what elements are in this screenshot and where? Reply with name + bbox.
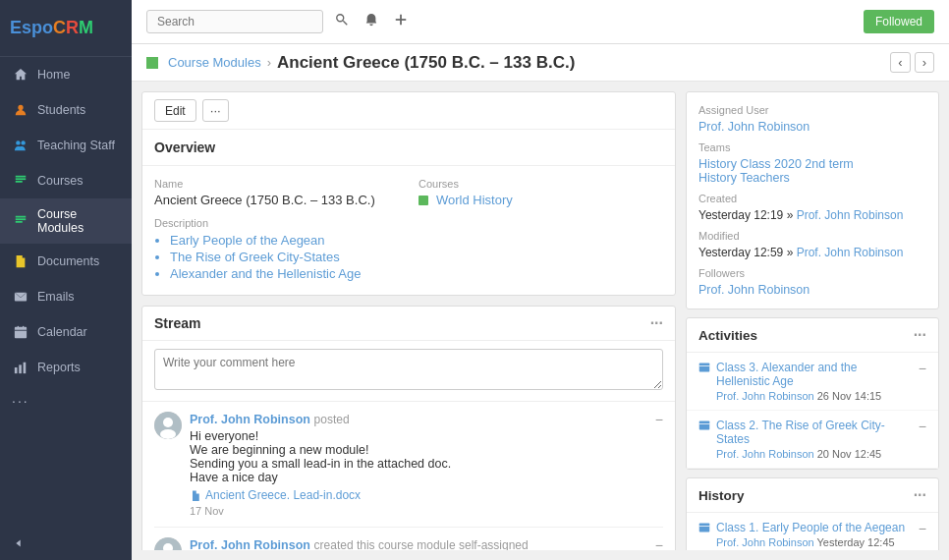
breadcrumb: Course Modules › Ancient Greece (1750 B.… — [146, 53, 575, 73]
team-2[interactable]: History Teachers — [698, 171, 926, 185]
post-1-text: Hi everyone! We are beginning a new modu… — [190, 429, 663, 484]
left-panel: Edit ··· Overview Name Ancient Greece (1… — [141, 91, 676, 550]
stream-options-button[interactable]: ··· — [650, 314, 663, 332]
sidebar-item-students-label: Students — [37, 103, 85, 117]
overview-right-col: Courses World History — [419, 178, 663, 283]
svg-rect-32 — [699, 524, 710, 532]
followers-value[interactable]: Prof. John Robinson — [698, 283, 926, 297]
svg-rect-17 — [24, 363, 27, 373]
comment-textarea[interactable] — [154, 349, 663, 390]
name-value: Ancient Greece (1750 B.C. – 133 B.C.) — [154, 193, 399, 207]
stream-title: Stream — [154, 315, 200, 331]
main-content: Followed Course Modules › Ancient Greece… — [132, 0, 949, 560]
prev-record-button[interactable]: ‹ — [890, 52, 910, 73]
search-button[interactable] — [331, 9, 353, 34]
students-icon — [12, 101, 29, 119]
sidebar-item-documents[interactable]: Documents — [0, 244, 132, 279]
activity-1-title[interactable]: Class 3. Alexander and the Hellenistic A… — [716, 361, 913, 388]
history-1-collapse[interactable]: − — [919, 521, 926, 536]
assigned-user-value[interactable]: Prof. John Robinson — [698, 120, 926, 134]
sidebar-more-dots[interactable]: ··· — [0, 385, 132, 417]
team-1[interactable]: History Class 2020 2nd term — [698, 157, 926, 171]
activity-1-author[interactable]: Prof. John Robinson — [716, 390, 814, 402]
svg-rect-11 — [15, 327, 27, 338]
breadcrumb-parent-link[interactable]: Course Modules — [168, 55, 261, 70]
header-search-area — [146, 9, 412, 34]
history-1-icon — [698, 522, 710, 536]
breadcrumb-current: Ancient Greece (1750 B.C. – 133 B.C.) — [277, 53, 575, 73]
next-record-button[interactable]: › — [915, 52, 934, 73]
activity-2-author[interactable]: Prof. John Robinson — [716, 448, 814, 460]
modified-section: Modified Yesterday 12:59 » Prof. John Ro… — [698, 230, 926, 259]
history-card: History ··· Class 1. Early People of the… — [686, 477, 939, 550]
activities-options[interactable]: ··· — [914, 326, 926, 344]
post-1-author[interactable]: Prof. John Robinson — [190, 413, 310, 426]
notifications-button[interactable] — [361, 9, 382, 34]
sidebar-collapse-button[interactable] — [0, 527, 132, 560]
activity-2-title[interactable]: Class 2. The Rise of Greek City-States — [716, 419, 913, 446]
sidebar-item-reports[interactable]: Reports — [0, 350, 132, 385]
add-button[interactable] — [390, 9, 412, 34]
created-by-link[interactable]: Prof. John Robinson — [797, 208, 904, 222]
history-1-author[interactable]: Prof. John Robinson — [716, 536, 814, 548]
svg-line-19 — [343, 21, 347, 25]
sidebar-item-courses-label: Courses — [37, 174, 84, 188]
activities-card: Activities ··· Class 3. Alexander and th… — [686, 317, 939, 470]
post-2-author[interactable]: Prof. John Robinson — [190, 538, 310, 550]
history-1-content: Class 1. Early People of the Aegean Prof… — [716, 521, 913, 548]
edit-button[interactable]: Edit — [154, 99, 196, 122]
edit-more-button[interactable]: ··· — [202, 99, 229, 122]
activity-item-2: Class 2. The Rise of Greek City-States P… — [687, 411, 938, 469]
modified-value: Yesterday 12:59 » Prof. John Robinson — [698, 246, 926, 259]
svg-point-2 — [16, 140, 20, 144]
post-2-collapse[interactable]: − — [655, 537, 663, 550]
breadcrumb-separator: › — [267, 55, 271, 70]
svg-point-3 — [21, 140, 25, 144]
overview-grid: Name Ancient Greece (1750 B.C. – 133 B.C… — [154, 178, 663, 283]
svg-rect-28 — [699, 364, 710, 372]
stream-card: Stream ··· Prof. John Robinson posted — [141, 306, 676, 550]
svg-point-18 — [337, 15, 344, 22]
content-area: Edit ··· Overview Name Ancient Greece (1… — [132, 82, 949, 560]
sidebar-item-course-modules[interactable]: Course Modules — [0, 198, 132, 244]
activity-2-meta: Prof. John Robinson 20 Nov 12:45 — [716, 448, 913, 460]
followers-section: Followers Prof. John Robinson — [698, 267, 926, 297]
sidebar-item-students[interactable]: Students — [0, 92, 132, 128]
svg-rect-16 — [19, 364, 22, 373]
sidebar-item-calendar[interactable]: Calendar — [0, 314, 132, 350]
followed-button[interactable]: Followed — [864, 10, 934, 33]
svg-rect-7 — [16, 216, 27, 218]
desc-item-3[interactable]: Alexander and the Hellenistic Age — [170, 266, 399, 281]
post-1-content: Prof. John Robinson posted Hi everyone! … — [190, 412, 663, 517]
history-1-meta: Prof. John Robinson Yesterday 12:45 — [716, 536, 913, 548]
sidebar: EspoCRM Home Students Teaching Staff — [0, 0, 132, 560]
history-1-title[interactable]: Class 1. Early People of the Aegean — [716, 521, 913, 534]
post-1-collapse[interactable]: − — [655, 412, 663, 427]
created-value: Yesterday 12:19 » Prof. John Robinson — [698, 208, 926, 222]
history-item-1: Class 1. Early People of the Aegean Prof… — [687, 513, 938, 550]
sidebar-item-emails[interactable]: Emails — [0, 279, 132, 314]
activity-2-collapse[interactable]: − — [919, 419, 926, 434]
history-options[interactable]: ··· — [914, 486, 926, 504]
courses-label: Courses — [419, 178, 663, 190]
activity-2-icon — [698, 420, 710, 434]
search-input[interactable] — [146, 10, 323, 33]
sidebar-item-teaching-staff-label: Teaching Staff — [37, 139, 115, 152]
post-1-attachment[interactable]: Ancient Greece. Lead-in.docx — [190, 488, 663, 502]
sidebar-item-course-modules-label: Course Modules — [37, 207, 120, 235]
activity-2-date: 20 Nov 12:45 — [817, 448, 881, 460]
modified-by-link[interactable]: Prof. John Robinson — [797, 246, 904, 259]
svg-rect-9 — [16, 221, 23, 223]
stream-post-2: Prof. John Robinson created this course … — [154, 528, 663, 550]
activity-1-collapse[interactable]: − — [919, 361, 926, 376]
sidebar-item-home[interactable]: Home — [0, 57, 132, 92]
desc-item-1[interactable]: Early People of the Aegean — [170, 233, 399, 248]
teams-section: Teams History Class 2020 2nd term Histor… — [698, 141, 926, 185]
desc-item-2[interactable]: The Rise of Greek City-States — [170, 250, 399, 264]
description-list: Early People of the Aegean The Rise of G… — [170, 233, 399, 281]
sidebar-item-courses[interactable]: Courses — [0, 163, 132, 198]
overview-body: Name Ancient Greece (1750 B.C. – 133 B.C… — [142, 166, 675, 295]
home-icon — [12, 66, 29, 84]
sidebar-item-teaching-staff[interactable]: Teaching Staff — [0, 128, 132, 163]
courses-link[interactable]: World History — [436, 193, 513, 207]
